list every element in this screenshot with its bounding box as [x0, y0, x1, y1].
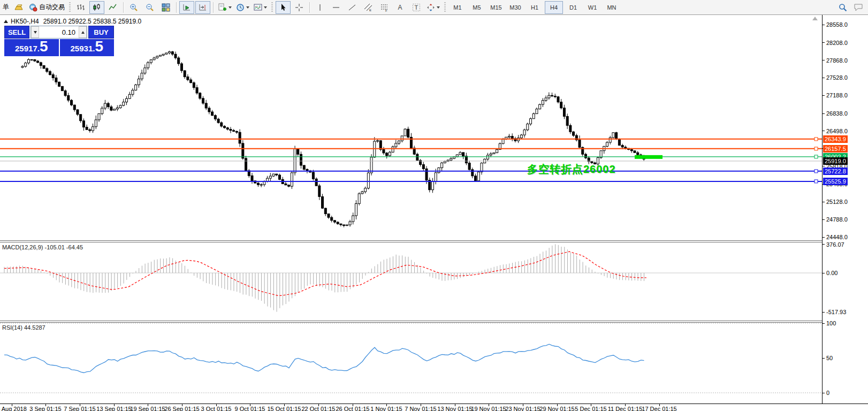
- rsi-axis-label: 0: [826, 390, 829, 396]
- crosshair-icon: [295, 3, 303, 12]
- zoom-out-button[interactable]: [142, 1, 157, 14]
- candlestick-chart-button[interactable]: [89, 1, 104, 14]
- collapse-icon[interactable]: [4, 20, 8, 23]
- level-line-handle[interactable]: [814, 170, 818, 173]
- search-button[interactable]: [835, 1, 850, 14]
- macd-axis-label: 0.00: [826, 270, 837, 276]
- cursor-button[interactable]: [276, 1, 291, 14]
- vertical-line-button[interactable]: [313, 1, 328, 14]
- indicators-button[interactable]: [216, 1, 233, 14]
- level-line-handle[interactable]: [814, 155, 818, 158]
- time-tick-label: 17 Dec 01:15: [642, 406, 676, 411]
- timeframe-button-h1[interactable]: H1: [526, 1, 544, 14]
- volume-increase-button[interactable]: [79, 26, 87, 38]
- ohlc-values: 25891.0 25922.5 25838.5 25919.0: [43, 18, 142, 25]
- equidistant-channel-icon: E: [364, 3, 372, 12]
- crosshair-button[interactable]: [292, 1, 307, 14]
- tile-windows-button[interactable]: [158, 1, 173, 14]
- chart-header: HK50-,H4 25891.0 25922.5 25838.5 25919.0: [4, 18, 141, 25]
- trendline-button[interactable]: [345, 1, 360, 14]
- time-tick-label: 3 Oct 01:15: [201, 406, 232, 411]
- price-tick-label: 27528.0: [826, 74, 848, 81]
- auto-scroll-button[interactable]: [179, 1, 194, 14]
- highlight-bar[interactable]: [635, 155, 663, 159]
- templates-button[interactable]: [252, 1, 269, 14]
- time-tick-label: 9 Oct 01:15: [235, 406, 265, 411]
- periods-button[interactable]: [234, 1, 251, 14]
- sell-price: 25917.: [15, 44, 40, 53]
- time-tick-label: 13 Sep 01:15: [96, 406, 131, 411]
- symbol-period-label: HK50-,H4: [11, 18, 39, 25]
- toolbar-grip[interactable]: [444, 2, 446, 13]
- triangle-down-icon: [34, 31, 37, 34]
- rsi-axis-label: 50: [826, 355, 833, 361]
- timeframe-button-h4[interactable]: H4: [545, 1, 563, 14]
- fibonacci-button[interactable]: F: [377, 1, 392, 14]
- arrows-button[interactable]: [425, 1, 441, 14]
- time-tick-label: 23 Nov 01:15: [505, 406, 540, 411]
- level-line-handle[interactable]: [814, 180, 818, 183]
- zoom-in-button[interactable]: [126, 1, 141, 14]
- macd-histogram: [4, 244, 644, 311]
- toolbar-grip[interactable]: [271, 2, 273, 13]
- timeframe-button-mn[interactable]: MN: [603, 1, 621, 14]
- time-tick-label: 11 Dec 01:15: [608, 406, 643, 411]
- macd-values: -105.01 -64.45: [44, 244, 83, 250]
- buy-price: 25931.: [71, 44, 95, 53]
- level-line-handle[interactable]: [814, 138, 818, 141]
- autotrading-label: 自动交易: [39, 3, 65, 12]
- bid-price-tag: 25919.0: [823, 157, 848, 165]
- sell-button[interactable]: SELL: [4, 26, 29, 39]
- macd-indicator-panel[interactable]: [0, 242, 822, 321]
- price-tick-mark: [823, 78, 825, 78]
- price-tick-mark: [823, 202, 825, 202]
- horizontal-line-button[interactable]: [329, 1, 344, 14]
- autotrading-icon: [29, 3, 37, 12]
- time-axis[interactable]: 8 Aug 20183 Sep 01:157 Sep 01:1513 Sep 0…: [0, 404, 868, 411]
- search-icon: [839, 3, 847, 12]
- new-order-label[interactable]: 单: [3, 3, 9, 12]
- price-tick-label: 26838.0: [826, 110, 848, 117]
- chat-button[interactable]: [851, 1, 866, 14]
- dropdown-caret-icon: [264, 6, 267, 9]
- autotrading-button[interactable]: 自动交易: [27, 1, 66, 14]
- timeframe-button-w1[interactable]: W1: [583, 1, 601, 14]
- time-tick-label: 7 Nov 01:15: [405, 406, 436, 411]
- triangle-up-icon: [81, 31, 85, 34]
- dropdown-caret-icon: [437, 6, 440, 9]
- buy-price-box[interactable]: 25931.5: [60, 39, 115, 56]
- buy-button[interactable]: BUY: [88, 26, 114, 39]
- new-order-button[interactable]: [11, 1, 26, 14]
- text-label-button[interactable]: T: [409, 1, 424, 14]
- chart-annotation[interactable]: 多空转折点26002: [527, 162, 616, 177]
- volume-decrease-button[interactable]: [31, 26, 39, 38]
- bar-chart-button[interactable]: [73, 1, 88, 14]
- toolbar-separator: [176, 2, 177, 13]
- timeframe-button-m15[interactable]: M15: [487, 1, 505, 14]
- timeframe-button-d1[interactable]: D1: [564, 1, 582, 14]
- macd-label: MACD(12,26,9) -105.01 -64.45: [2, 244, 83, 250]
- toolbar-grip[interactable]: [69, 2, 71, 13]
- timeframe-button-m5[interactable]: M5: [468, 1, 486, 14]
- text-button[interactable]: A: [393, 1, 408, 14]
- rsi-indicator-panel[interactable]: [0, 323, 822, 404]
- chart-shift-button[interactable]: [195, 1, 210, 14]
- equidistant-channel-button[interactable]: E: [361, 1, 376, 14]
- rsi-value: 44.5287: [24, 324, 45, 331]
- vertical-line-icon: [316, 3, 324, 12]
- rsi-label: RSI(14) 44.5287: [2, 324, 45, 331]
- indicators-icon: [218, 3, 227, 12]
- timeframe-button-m30[interactable]: M30: [506, 1, 524, 14]
- scroll-to-end-marker[interactable]: [812, 17, 818, 20]
- volume-input[interactable]: 0.10: [39, 26, 79, 38]
- price-tick-label: 27868.0: [826, 57, 848, 64]
- sell-price-box[interactable]: 25917.5: [4, 39, 59, 56]
- gold-ingot-icon: [14, 3, 23, 12]
- line-chart-icon: [109, 3, 117, 12]
- candlestick-chart[interactable]: [0, 15, 822, 240]
- level-line-handle[interactable]: [814, 147, 818, 150]
- line-chart-button[interactable]: [105, 1, 120, 14]
- price-tick-label: 26498.0: [826, 128, 848, 134]
- price-axis[interactable]: 28558.028208.027868.027528.027188.026838…: [822, 15, 868, 404]
- timeframe-button-m1[interactable]: M1: [448, 1, 467, 14]
